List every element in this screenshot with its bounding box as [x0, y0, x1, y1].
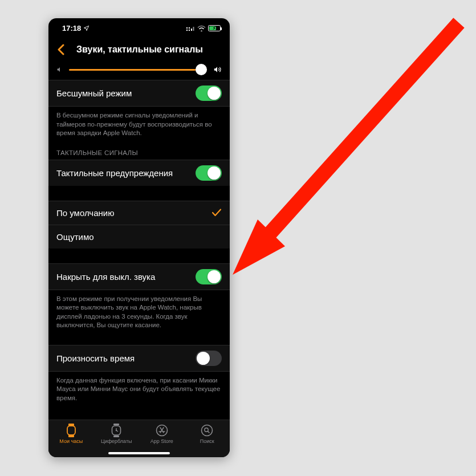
tab-faces[interactable]: Циферблаты: [94, 424, 140, 444]
haptic-option-prominent[interactable]: Ощутимо: [48, 225, 230, 249]
svg-rect-10: [113, 436, 119, 437]
cover-to-mute-toggle[interactable]: [196, 269, 222, 284]
volume-row: [48, 62, 230, 80]
tab-label: Поиск: [200, 438, 214, 444]
svg-line-19: [259, 23, 459, 245]
speak-time-row[interactable]: Произносить время: [48, 345, 230, 371]
svg-rect-4: [191, 29, 192, 31]
nav-header: Звуки, тактильные сигналы: [48, 38, 230, 62]
watch-icon: [66, 424, 77, 437]
svg-point-3: [189, 27, 190, 28]
home-indicator[interactable]: [108, 452, 170, 454]
cover-to-mute-row[interactable]: Накрыть для выкл. звука: [48, 263, 230, 290]
speaker-high-icon: [213, 66, 222, 74]
svg-point-16: [202, 425, 213, 436]
haptic-alerts-label: Тактильные предупреждения: [56, 168, 196, 178]
page-title: Звуки, тактильные сигналы: [54, 44, 225, 55]
statusbar-left: 17:18: [62, 24, 89, 32]
svg-line-14: [116, 430, 118, 432]
haptic-alerts-toggle[interactable]: [196, 165, 222, 181]
statusbar-time: 17:18: [62, 24, 81, 32]
tab-label: Мои часы: [59, 438, 83, 444]
svg-marker-20: [233, 219, 285, 275]
cover-to-mute-label: Накрыть для выкл. звука: [56, 272, 196, 282]
svg-rect-5: [193, 27, 194, 31]
haptic-section-header: ТАКТИЛЬНЫЕ СИГНАЛЫ: [48, 146, 230, 160]
tab-my-watch[interactable]: Мои часы: [48, 424, 94, 444]
svg-rect-9: [113, 424, 119, 425]
silent-mode-label: Бесшумный режим: [56, 88, 196, 98]
wifi-icon: [197, 25, 206, 31]
haptic-option-default[interactable]: По умолчанию: [48, 201, 230, 225]
speak-time-label: Произносить время: [56, 353, 196, 363]
svg-point-1: [189, 29, 190, 30]
svg-point-2: [186, 27, 188, 28]
tab-label: Циферблаты: [101, 438, 132, 444]
volume-slider[interactable]: [69, 64, 207, 75]
checkmark-icon: [211, 208, 222, 218]
haptic-option-label: Ощутимо: [56, 232, 222, 242]
speak-time-footer: Когда данная функция включена, при касан…: [48, 371, 230, 411]
svg-point-0: [186, 29, 188, 30]
spacer: [48, 249, 230, 263]
spacer: [48, 186, 230, 201]
svg-rect-8: [67, 426, 75, 435]
speaker-low-icon: [56, 66, 63, 73]
silent-mode-row[interactable]: Бесшумный режим: [48, 80, 230, 106]
tab-label: App Store: [150, 438, 173, 444]
tab-search[interactable]: Поиск: [185, 424, 230, 444]
slider-thumb[interactable]: [196, 64, 207, 75]
tab-app-store[interactable]: App Store: [139, 424, 185, 444]
phone-frame: 17:18 ⚡︎: [48, 18, 230, 457]
battery-icon: ⚡︎: [208, 25, 221, 31]
search-icon: [201, 424, 213, 437]
spacer: [48, 338, 230, 345]
cover-to-mute-footer: В этом режиме при получении уведомления …: [48, 290, 230, 338]
statusbar-right: ⚡︎: [186, 25, 221, 31]
watch-face-icon: [111, 424, 122, 437]
settings-list[interactable]: Бесшумный режим В бесшумном режиме сигна…: [48, 62, 230, 420]
tab-bar: Мои часы Циферблаты App Store Поиск: [48, 420, 230, 457]
silent-mode-footer: В бесшумном режиме сигналы уведомлений и…: [48, 106, 230, 146]
silent-mode-toggle[interactable]: [196, 86, 222, 101]
haptic-option-label: По умолчанию: [56, 208, 211, 218]
app-store-icon: [156, 424, 168, 437]
cellular-icon: [186, 25, 195, 31]
svg-line-18: [208, 432, 210, 433]
speak-time-toggle[interactable]: [196, 351, 222, 366]
haptic-alerts-row[interactable]: Тактильные предупреждения: [48, 160, 230, 186]
status-bar: 17:18 ⚡︎: [48, 18, 230, 38]
location-arrow-icon: [83, 25, 89, 31]
